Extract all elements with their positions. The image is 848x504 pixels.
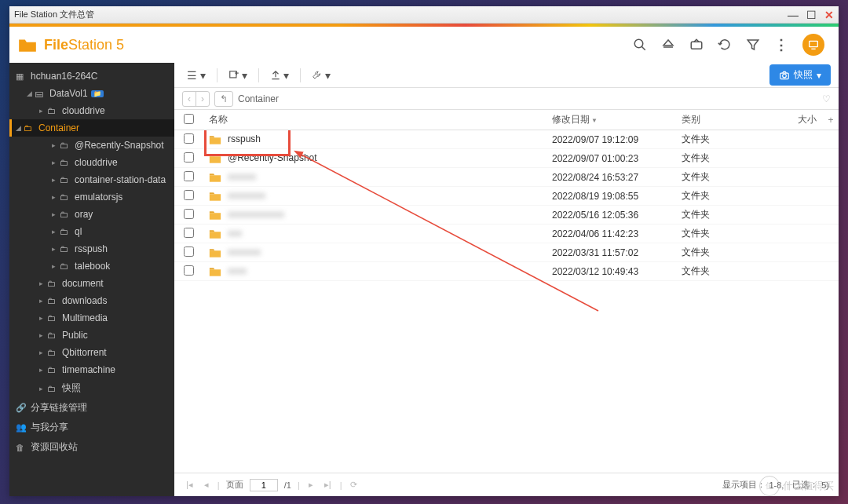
sidebar-item[interactable]: ▸🗀timemachine <box>9 361 174 378</box>
row-checkbox[interactable] <box>184 152 194 163</box>
sidebar-item[interactable]: ▸🗀rsspush <box>9 240 174 257</box>
status-sel: 5) <box>821 480 829 490</box>
row-date: 2022/08/19 19:08:55 <box>552 191 682 202</box>
nav-back-button[interactable]: ‹ <box>183 92 196 106</box>
column-size[interactable]: 大小 <box>784 113 823 126</box>
table-row[interactable]: rsspush2022/09/07 19:12:09文件夹 <box>174 130 839 149</box>
row-checkbox[interactable] <box>184 171 194 181</box>
row-name: xxxxxxx <box>228 247 261 257</box>
nav-forward-button[interactable]: › <box>196 92 209 106</box>
svg-line-1 <box>641 46 645 50</box>
filter-icon[interactable] <box>746 38 760 52</box>
page-last-button[interactable]: ▸| <box>322 480 334 490</box>
refresh-icon[interactable] <box>718 38 732 52</box>
page-first-button[interactable]: |◂ <box>184 480 196 490</box>
nav-up-button[interactable]: ↰ <box>214 91 233 107</box>
row-type: 文件夹 <box>682 133 784 146</box>
app-header: FileStation 5 ⋮ <box>9 27 839 63</box>
window-title: File Station 文件总管 <box>14 9 94 20</box>
sidebar-item-container[interactable]: ◢🗀Container <box>9 119 174 137</box>
status-sel-label: 已选： <box>792 479 818 491</box>
svg-point-0 <box>634 39 643 48</box>
upload-button[interactable]: ▾ <box>265 66 294 85</box>
sidebar-item[interactable]: ▸🗀container-station-data <box>9 171 174 188</box>
row-type: 文件夹 <box>682 189 784 203</box>
row-name: xxxxxx <box>228 171 256 182</box>
page-refresh-button[interactable]: ⟳ <box>348 480 360 490</box>
sidebar-bottom-item[interactable]: 🗑资源回收站 <box>9 437 174 457</box>
sidebar-item[interactable]: ▸🗀downloads <box>9 292 174 309</box>
table-row[interactable]: xxxxxx2022/08/24 16:53:27文件夹 <box>174 168 839 187</box>
breadcrumb-path[interactable]: Container <box>238 93 279 104</box>
sidebar-bottom-item[interactable]: 👥与我分享 <box>9 418 174 437</box>
sidebar-item[interactable]: ▸🗀@Recently-Snapshot <box>9 137 174 154</box>
table-body: rsspush2022/09/07 19:12:09文件夹@Recently-S… <box>174 130 839 473</box>
sidebar-bottom-item[interactable]: 🔗分享链接管理 <box>9 398 174 418</box>
create-button[interactable]: ▾ <box>224 66 252 85</box>
row-name: rsspush <box>228 133 261 144</box>
sidebar-item[interactable]: ▸🗀clouddrive <box>9 102 174 119</box>
table-row[interactable]: xxx2022/04/06 11:42:23文件夹 <box>174 225 839 243</box>
table-row[interactable]: @Recently-Snapshot2022/09/07 01:00:23文件夹 <box>174 149 839 168</box>
more-icon[interactable]: ⋮ <box>774 36 788 53</box>
sidebar-volume[interactable]: ◢🖴DataVol1📁 <box>9 85 174 102</box>
row-checkbox[interactable] <box>184 228 194 238</box>
sidebar-item[interactable]: ▸🗀Public <box>9 327 174 344</box>
window-close-button[interactable]: ✕ <box>824 9 834 20</box>
remote-icon[interactable] <box>802 34 824 56</box>
svg-rect-2 <box>691 42 702 49</box>
row-type: 文件夹 <box>682 227 784 240</box>
page-prev-button[interactable]: ◂ <box>202 480 211 490</box>
column-add-button[interactable]: + <box>823 115 839 126</box>
row-checkbox[interactable] <box>184 209 194 219</box>
row-type: 文件夹 <box>682 170 784 184</box>
row-date: 2022/09/07 01:00:23 <box>552 153 682 164</box>
row-checkbox[interactable] <box>184 133 194 144</box>
sidebar-item[interactable]: ▸🗀快照 <box>9 378 174 398</box>
search-icon[interactable] <box>633 38 647 52</box>
table-row[interactable]: xxxxxxx2022/03/31 11:57:02文件夹 <box>174 243 839 262</box>
folder-icon <box>17 36 38 53</box>
row-checkbox[interactable] <box>184 247 194 257</box>
row-checkbox[interactable] <box>184 265 194 276</box>
sidebar-item[interactable]: ▸🗀clouddrive <box>9 154 174 171</box>
sidebar-item[interactable]: ▸🗀oray <box>9 206 174 223</box>
sidebar-item[interactable]: ▸🗀Qbittorrent <box>9 344 174 361</box>
window-minimize-button[interactable]: — <box>788 9 799 20</box>
table-row[interactable]: xxxxxxxx2022/08/19 19:08:55文件夹 <box>174 187 839 206</box>
column-date[interactable]: 修改日期▼ <box>552 113 682 126</box>
sidebar-item[interactable]: ▸🗀emulatorsjs <box>9 188 174 206</box>
row-name: @Recently-Snapshot <box>228 152 317 163</box>
sidebar-item[interactable]: ▸🗀Multimedia <box>9 309 174 327</box>
select-all-checkbox[interactable] <box>184 114 194 124</box>
svg-rect-3 <box>810 41 818 46</box>
favorite-icon[interactable]: ♡ <box>822 93 831 104</box>
status-range: 1-8, <box>769 480 784 490</box>
row-type: 文件夹 <box>682 265 784 278</box>
sidebar-root[interactable]: ▦hchuan16-264C <box>9 68 174 85</box>
sidebar-item[interactable]: ▸🗀ql <box>9 223 174 240</box>
snapshot-button[interactable]: 快照 ▾ <box>769 64 831 86</box>
table-row[interactable]: xxxx2022/03/12 10:49:43文件夹 <box>174 262 839 281</box>
tools-button[interactable]: ▾ <box>307 66 335 85</box>
row-date: 2022/09/07 19:12:09 <box>552 134 682 145</box>
row-date: 2022/05/16 12:05:36 <box>552 210 682 221</box>
row-name: xxxxxxxxxxxx <box>228 209 284 220</box>
row-checkbox[interactable] <box>184 190 194 200</box>
column-name[interactable]: 名称 <box>203 113 552 126</box>
sidebar-item[interactable]: ▸🗀document <box>9 275 174 292</box>
share-icon[interactable] <box>689 38 704 52</box>
row-name: xxx <box>228 228 242 239</box>
window-maximize-button[interactable]: ☐ <box>806 9 817 20</box>
column-type[interactable]: 类别 <box>682 113 784 126</box>
page-next-button[interactable]: ▸ <box>306 480 316 490</box>
window-titlebar: File Station 文件总管 — ☐ ✕ <box>9 6 839 24</box>
breadcrumb-bar: ‹› ↰ Container ♡ <box>174 88 839 110</box>
sidebar-item[interactable]: ▸🗀talebook <box>9 257 174 275</box>
page-input[interactable] <box>250 479 278 491</box>
table-row[interactable]: xxxxxxxxxxxx2022/05/16 12:05:36文件夹 <box>174 206 839 225</box>
row-type: 文件夹 <box>682 246 784 259</box>
row-name: xxxxxxxx <box>228 190 265 201</box>
eject-icon[interactable] <box>661 38 675 52</box>
view-mode-button[interactable]: ☰ ▾ <box>182 66 210 85</box>
